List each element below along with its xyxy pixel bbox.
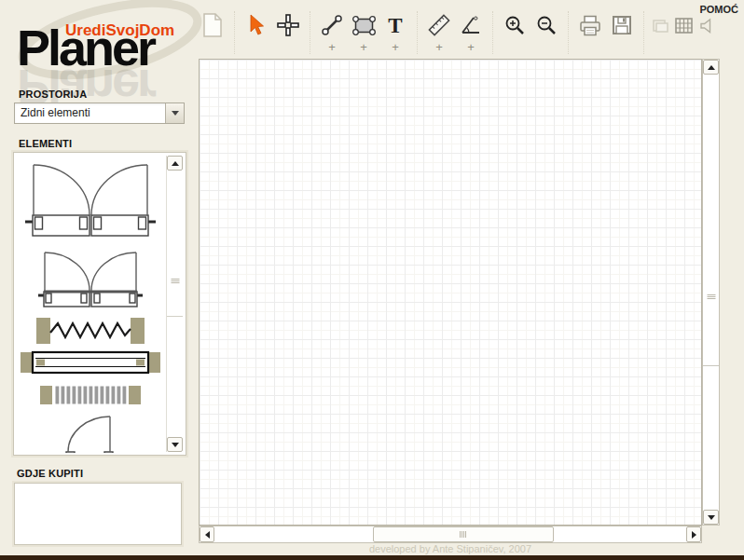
elements-section-label: ELEMENTI xyxy=(19,138,72,149)
drawing-canvas[interactable] xyxy=(199,59,702,526)
angle-tool-button[interactable]: + xyxy=(455,11,487,54)
zoom-out-icon xyxy=(535,14,558,36)
arrow-left-icon xyxy=(205,531,210,539)
elements-panel xyxy=(13,152,186,456)
polygon-tool-button[interactable]: + xyxy=(348,11,379,54)
sound-button-disabled xyxy=(695,11,717,39)
toolbar-separator xyxy=(417,11,418,54)
ruler-tool-plus[interactable]: + xyxy=(435,41,443,54)
frame-icon xyxy=(652,16,670,34)
bottom-bar xyxy=(0,555,744,560)
new-document-icon xyxy=(202,13,223,37)
footer-credit: developed by Ante Stipaničev, 2007 xyxy=(199,543,702,554)
radiator-icon xyxy=(40,384,141,406)
speaker-icon xyxy=(699,18,713,34)
scroll-grip xyxy=(707,294,715,300)
line-tool-plus[interactable]: + xyxy=(328,41,336,54)
ruler-tool-icon xyxy=(427,13,451,37)
element-sliding-door[interactable] xyxy=(21,350,160,375)
elements-scroll-thumb[interactable] xyxy=(167,171,183,317)
scroll-grip xyxy=(171,279,179,284)
toolbar-separator xyxy=(234,11,235,54)
category-dropdown-button[interactable] xyxy=(165,103,184,123)
text-tool-plus[interactable]: + xyxy=(392,41,399,54)
canvas-horizontal-scrollbar[interactable] xyxy=(199,526,702,543)
polygon-tool-plus[interactable]: + xyxy=(360,41,367,54)
grid-button-disabled xyxy=(672,11,695,39)
canvas-horizontal-scroll-thumb[interactable] xyxy=(373,526,554,542)
canvas-scroll-down-button[interactable] xyxy=(703,510,719,525)
select-tool-button[interactable] xyxy=(241,11,272,39)
elements-list xyxy=(16,155,165,453)
element-double-door-wide[interactable] xyxy=(25,161,156,241)
sliding-door-icon xyxy=(21,350,160,375)
ruler-tool-button[interactable]: + xyxy=(423,11,455,54)
where-to-buy-label: GDJE KUPITI xyxy=(17,468,83,479)
elements-scroll-down-button[interactable] xyxy=(167,437,183,452)
canvas-vertical-scroll-thumb[interactable] xyxy=(703,75,719,366)
crosshair-tool-button[interactable] xyxy=(272,11,304,39)
double-door-icon xyxy=(38,251,143,308)
element-accordion-door[interactable] xyxy=(36,317,145,345)
print-button[interactable] xyxy=(574,11,606,39)
where-to-buy-box xyxy=(14,483,182,545)
element-double-door[interactable] xyxy=(38,251,143,308)
select-arrow-icon xyxy=(247,13,266,37)
elements-scroll-up-button[interactable] xyxy=(167,156,183,171)
line-tool-icon xyxy=(321,14,343,36)
arrow-down-icon xyxy=(172,443,179,447)
angle-tool-plus[interactable]: + xyxy=(467,41,475,54)
text-tool-button[interactable]: T + xyxy=(379,11,411,54)
category-dropdown-value: Zidni elementi xyxy=(21,103,90,122)
canvas-vertical-scrollbar[interactable] xyxy=(702,59,720,526)
print-icon xyxy=(578,14,602,37)
elements-scrollbar[interactable] xyxy=(166,156,183,452)
canvas-scroll-up-button[interactable] xyxy=(703,60,719,75)
single-door-icon xyxy=(55,415,126,453)
zoom-in-icon xyxy=(503,14,526,36)
save-button[interactable] xyxy=(606,11,638,39)
text-tool-icon: T xyxy=(388,15,402,36)
canvas-scroll-right-button[interactable] xyxy=(686,526,701,542)
room-section-label: PROSTORIJA xyxy=(19,89,87,100)
grid-icon xyxy=(675,18,693,34)
arrow-up-icon xyxy=(708,65,715,70)
angle-tool-icon xyxy=(460,14,482,36)
frame-button-disabled xyxy=(650,11,672,39)
scroll-grip xyxy=(460,531,467,538)
arrow-down-icon xyxy=(708,515,715,520)
element-radiator[interactable] xyxy=(40,384,141,406)
toolbar-separator xyxy=(492,11,493,54)
accordion-door-icon xyxy=(36,317,145,345)
toolbar: + + T + + xyxy=(197,11,717,54)
crosshair-icon xyxy=(277,14,299,36)
arrow-right-icon xyxy=(692,531,696,539)
double-door-wide-icon xyxy=(25,161,156,241)
new-document-button[interactable] xyxy=(197,11,228,39)
toolbar-separator xyxy=(643,11,644,54)
line-tool-button[interactable]: + xyxy=(316,11,348,54)
zoom-out-button[interactable] xyxy=(530,11,562,39)
polygon-tool-icon xyxy=(351,15,377,36)
app-logo: UrediSvojDom Planer Planer xyxy=(6,0,200,89)
category-dropdown[interactable]: Zidni elementi xyxy=(14,102,185,124)
canvas-scroll-left-button[interactable] xyxy=(200,526,214,542)
chevron-down-icon xyxy=(172,111,179,116)
save-icon xyxy=(611,14,633,36)
zoom-in-button[interactable] xyxy=(499,11,530,39)
arrow-up-icon xyxy=(172,161,179,166)
toolbar-separator xyxy=(310,11,310,54)
element-single-door[interactable] xyxy=(55,415,126,453)
toolbar-separator xyxy=(568,11,569,54)
